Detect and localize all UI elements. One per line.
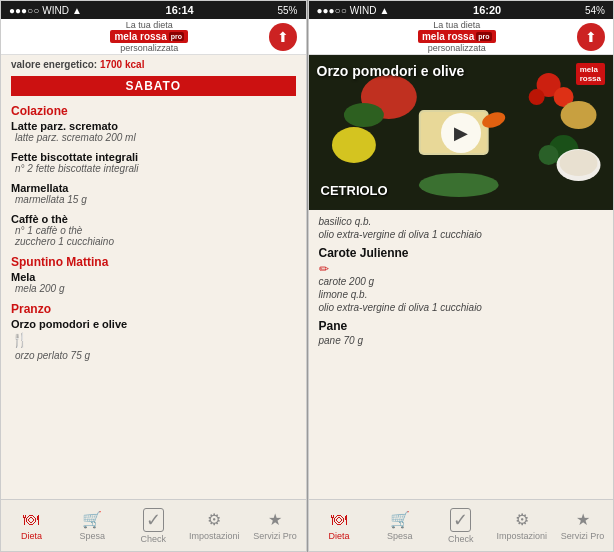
caffe-section: Caffè o thè n° 1 caffè o thè zucchero 1 …	[11, 213, 296, 247]
settings-icon-left: ⚙	[207, 510, 221, 529]
right-status-right: 54%	[585, 5, 605, 16]
time-left: 16:14	[166, 4, 194, 16]
right-bottom-nav: 🍽 Dieta 🛒 Spesa ✓ Check ⚙ Impostazioni ★…	[309, 499, 614, 551]
carote-detail3: olio extra-vergine di oliva 1 cucchiaio	[319, 302, 604, 313]
dieta-label-right: Dieta	[328, 531, 349, 541]
left-nav-servizi[interactable]: ★ Servizi Pro	[245, 510, 306, 541]
left-header: La tua dieta mela rossa pro personalizza…	[1, 19, 306, 55]
right-status-left: ●●●○○ WIND ▲	[317, 5, 390, 16]
check-icon-left: ✓	[143, 508, 164, 532]
left-nav-dieta[interactable]: 🍽 Dieta	[1, 511, 62, 541]
pane-detail: pane 70 g	[319, 335, 604, 346]
star-icon-left: ★	[268, 510, 282, 529]
carrier-left: WIND	[42, 5, 69, 16]
right-share-button[interactable]: ⬆	[577, 23, 605, 51]
carote-detail1: carote 200 g	[319, 276, 604, 287]
left-status-left: ●●●○○ WIND ▲	[9, 5, 82, 16]
left-logo: La tua dieta mela rossa pro personalizza…	[110, 20, 188, 53]
right-nav-impostazioni[interactable]: ⚙ Impostazioni	[491, 510, 552, 541]
pro-badge-left: pro	[169, 32, 184, 41]
play-button[interactable]: ▶	[441, 113, 481, 153]
signal-dots: ●●●○○	[9, 5, 39, 16]
left-logo-line1: La tua dieta	[126, 20, 173, 30]
servizi-label-left: Servizi Pro	[253, 531, 297, 541]
pro-badge-right: pro	[476, 32, 491, 41]
left-panel: ●●●○○ WIND ▲ 16:14 55% La tua dieta mela…	[0, 0, 307, 552]
ingredient-basilico: basilico q.b.	[319, 216, 604, 227]
orzo-detail: orzo perlato 75 g	[15, 350, 296, 361]
dieta-icon-left: 🍽	[23, 511, 39, 529]
right-nav-servizi[interactable]: ★ Servizi Pro	[552, 510, 613, 541]
right-nav-dieta[interactable]: 🍽 Dieta	[309, 511, 370, 541]
svg-point-1	[331, 127, 375, 163]
settings-icon-right: ⚙	[515, 510, 529, 529]
spesa-icon-right: 🛒	[390, 510, 410, 529]
ingredient-olio1: olio extra-vergine di oliva 1 cucchiaio	[319, 229, 604, 240]
day-header: SABATO	[11, 76, 296, 96]
caffe-name: Caffè o thè	[11, 213, 296, 225]
left-nav-spesa[interactable]: 🛒 Spesa	[62, 510, 123, 541]
servizi-label-right: Servizi Pro	[561, 531, 605, 541]
svg-point-3	[343, 103, 383, 127]
right-carrier: WIND	[350, 5, 377, 16]
star-icon-right: ★	[576, 510, 590, 529]
pane-section: Pane pane 70 g	[319, 319, 604, 346]
spesa-label-right: Spesa	[387, 531, 413, 541]
caffe-detail2: zucchero 1 cucchiaino	[15, 236, 296, 247]
energy-label: valore energetico:	[11, 59, 97, 70]
left-scroll-content: valore energetico: 1700 kcal SABATO Cola…	[1, 55, 306, 373]
brand-text-left: mela rossa	[114, 31, 166, 42]
cetriolo-label: CETRIOLO	[321, 183, 388, 198]
right-scroll-content: basilico q.b. olio extra-vergine di oliv…	[309, 210, 614, 354]
right-panel: ●●●○○ WIND ▲ 16:20 54% La tua dieta mela…	[308, 0, 615, 552]
pranzo-section: Pranzo Orzo pomodori e olive 🍴 orzo perl…	[11, 302, 296, 361]
right-logo-brand: mela rossa pro	[418, 30, 496, 43]
right-status-bar: ●●●○○ WIND ▲ 16:20 54%	[309, 1, 614, 19]
edit-icon-carote[interactable]: ✏	[319, 262, 329, 276]
left-content-area: valore energetico: 1700 kcal SABATO Cola…	[1, 55, 306, 499]
right-nav-check[interactable]: ✓ Check	[430, 508, 491, 544]
dieta-label-left: Dieta	[21, 531, 42, 541]
left-logo-line3: personalizzata	[120, 43, 178, 53]
right-nav-spesa[interactable]: 🛒 Spesa	[369, 510, 430, 541]
wifi-icon: ▲	[72, 5, 82, 16]
pane-title: Pane	[319, 319, 604, 333]
spuntino-title: Spuntino Mattina	[11, 255, 296, 269]
battery-left: 55%	[277, 5, 297, 16]
carote-detail2: limone q.b.	[319, 289, 604, 300]
right-time: 16:20	[473, 4, 501, 16]
fette-section: Fette biscottate integrali n° 2 fette bi…	[11, 151, 296, 174]
left-logo-brand: mela rossa pro	[110, 30, 188, 43]
left-bottom-nav: 🍽 Dieta 🛒 Spesa ✓ Check ⚙ Impostazioni ★…	[1, 499, 306, 551]
right-battery: 54%	[585, 5, 605, 16]
left-status-right: 55%	[277, 5, 297, 16]
caffe-detail1: n° 1 caffè o thè	[15, 225, 296, 236]
right-header: La tua dieta mela rossa pro personalizza…	[309, 19, 614, 55]
spesa-label-left: Spesa	[80, 531, 106, 541]
svg-point-13	[418, 173, 498, 197]
spesa-icon-left: 🛒	[82, 510, 102, 529]
left-nav-check[interactable]: ✓ Check	[123, 508, 184, 544]
right-wifi-icon: ▲	[379, 5, 389, 16]
latte-detail: latte parz. scremato 200 ml	[15, 132, 296, 143]
brand-text-right: mela rossa	[422, 31, 474, 42]
orzo-name: Orzo pomodori e olive	[11, 318, 296, 330]
mela-name: Mela	[11, 271, 296, 283]
svg-point-7	[560, 101, 596, 129]
fork-knife-icon-left: 🍴	[11, 332, 28, 348]
recipe-image[interactable]: Orzo pomodori e olive ▶ CETRIOLO melaros…	[309, 55, 614, 210]
settings-label-left: Impostazioni	[189, 531, 240, 541]
pranzo-title: Pranzo	[11, 302, 296, 316]
marmellata-name: Marmellata	[11, 182, 296, 194]
dieta-icon-right: 🍽	[331, 511, 347, 529]
mela-detail: mela 200 g	[15, 283, 296, 294]
right-logo: La tua dieta mela rossa pro personalizza…	[418, 20, 496, 53]
left-nav-impostazioni[interactable]: ⚙ Impostazioni	[184, 510, 245, 541]
check-label-left: Check	[141, 534, 167, 544]
energy-line: valore energetico: 1700 kcal	[11, 59, 296, 70]
carote-title: Carote Julienne	[319, 246, 604, 260]
left-share-button[interactable]: ⬆	[269, 23, 297, 51]
colazione-section: Colazione Latte parz. scremato latte par…	[11, 104, 296, 143]
settings-label-right: Impostazioni	[496, 531, 547, 541]
check-label-right: Check	[448, 534, 474, 544]
